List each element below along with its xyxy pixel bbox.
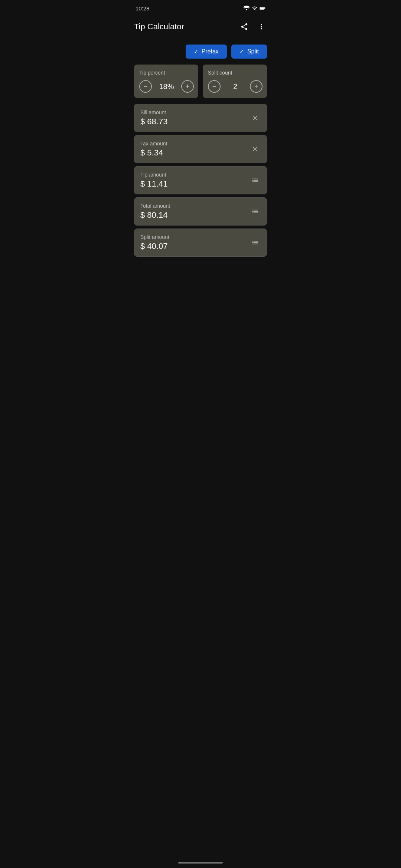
split-count-controls: − 2 +: [208, 80, 263, 93]
bill-amount-value: $ 68.73: [140, 117, 167, 126]
bill-amount-card: Bill amount $ 68.73: [134, 104, 267, 132]
pretax-toggle-button[interactable]: ✓ Pretax: [186, 45, 227, 59]
tax-amount-content: Tax amount $ 5.34: [140, 141, 167, 158]
more-vert-icon: [257, 23, 265, 31]
tip-amount-value: $ 11.41: [140, 179, 167, 189]
bill-amount-label: Bill amount: [140, 109, 167, 115]
tip-percent-value: 18%: [159, 82, 174, 91]
split-label: Split: [247, 48, 259, 55]
tip-percent-card: Tip percent − 18% +: [134, 65, 198, 98]
split-count-decrement-button[interactable]: −: [208, 80, 221, 93]
tax-amount-label: Tax amount: [140, 141, 167, 147]
split-amount-content: Split amount $ 40.07: [140, 234, 169, 251]
tax-amount-card: Tax amount $ 5.34: [134, 135, 267, 163]
battery-icon: [260, 6, 265, 11]
tip-percent-increment-button[interactable]: +: [181, 80, 194, 93]
split-count-card: Split count − 2 +: [203, 65, 267, 98]
signal-icon: [252, 6, 257, 11]
status-icons: [243, 6, 265, 11]
split-amount-value: $ 40.07: [140, 241, 169, 251]
split-count-label: Split count: [208, 70, 263, 76]
tip-amount-content: Tip amount $ 11.41: [140, 172, 167, 189]
split-amount-card: Split amount $ 40.07: [134, 228, 267, 257]
list-icon: [251, 207, 259, 216]
split-count-increment-button[interactable]: +: [250, 80, 263, 93]
app-bar: Tip Calculator: [128, 15, 273, 39]
tip-amount-card: Tip amount $ 11.41: [134, 166, 267, 194]
app-bar-actions: [239, 21, 267, 32]
total-amount-label: Total amount: [140, 203, 170, 209]
stepper-row: Tip percent − 18% + Split count − 2 +: [128, 65, 273, 104]
pretax-check-icon: ✓: [194, 48, 199, 55]
svg-rect-1: [264, 7, 265, 9]
amount-cards: Bill amount $ 68.73 Tax amount $ 5.34 Ti…: [128, 104, 273, 257]
toggle-row: ✓ Pretax ✓ Split: [128, 39, 273, 65]
split-toggle-button[interactable]: ✓ Split: [231, 45, 267, 59]
tip-amount-label: Tip amount: [140, 172, 167, 178]
total-amount-value: $ 80.14: [140, 210, 170, 220]
split-check-icon: ✓: [239, 48, 244, 55]
list-icon: [251, 239, 259, 247]
pretax-label: Pretax: [202, 48, 219, 55]
tip-percent-label: Tip percent: [139, 70, 194, 76]
split-count-value: 2: [233, 82, 237, 91]
bill-amount-clear-button[interactable]: [250, 112, 261, 124]
tax-amount-clear-button[interactable]: [250, 144, 261, 155]
share-icon: [240, 23, 248, 31]
status-bar: 10:28: [128, 0, 273, 15]
app-title: Tip Calculator: [134, 22, 184, 32]
close-icon: [251, 145, 259, 153]
bill-amount-content: Bill amount $ 68.73: [140, 109, 167, 126]
tip-percent-controls: − 18% +: [139, 80, 194, 93]
total-amount-detail-button[interactable]: [250, 206, 261, 217]
svg-rect-2: [260, 7, 264, 9]
status-time: 10:28: [136, 5, 150, 11]
list-icon: [251, 176, 259, 184]
wifi-icon: [243, 6, 250, 11]
tip-percent-decrement-button[interactable]: −: [139, 80, 152, 93]
tax-amount-value: $ 5.34: [140, 148, 167, 158]
total-amount-card: Total amount $ 80.14: [134, 197, 267, 226]
more-options-button[interactable]: [256, 21, 267, 32]
tip-amount-detail-button[interactable]: [250, 175, 261, 186]
total-amount-content: Total amount $ 80.14: [140, 203, 170, 220]
split-amount-label: Split amount: [140, 234, 169, 240]
close-icon: [251, 114, 259, 122]
split-amount-detail-button[interactable]: [250, 237, 261, 248]
share-button[interactable]: [239, 21, 250, 32]
